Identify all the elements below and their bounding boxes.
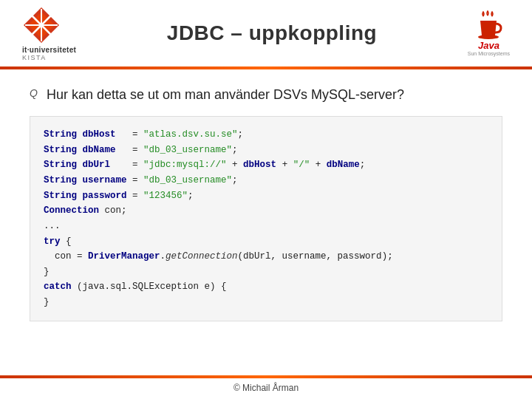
slide-title: JDBC – uppkoppling — [167, 21, 377, 44]
bottom-divider — [0, 375, 532, 378]
svg-point-6 — [478, 35, 499, 39]
question-text: Hur kan detta se ut om man använder DSVs… — [47, 86, 404, 104]
it-universitetet-logo — [22, 6, 61, 44]
code-line-11: catch (java.sql.SQLException e) { — [44, 279, 488, 295]
java-sub-label: Sun Microsystems — [468, 51, 510, 56]
java-logo: Java Sun Microsystems — [468, 10, 510, 56]
content-area: Q Hur kan detta se ut om man använder DS… — [0, 69, 532, 329]
code-line-2: String dbName = "db_03_username"; — [44, 143, 488, 158]
question-row: Q Hur kan detta se ut om man använder DS… — [30, 86, 502, 104]
title-area: JDBC – uppkoppling — [76, 21, 468, 45]
code-line-8: try { — [44, 234, 488, 250]
code-line-1: String dbHost = "atlas.dsv.su.se"; — [44, 127, 488, 143]
code-line-6: Connection con; — [44, 203, 488, 219]
logo-left: it·universitetet KISTA — [22, 6, 76, 61]
code-line-3: String dbUrl = "jdbc:mysql://" + dbHost … — [44, 157, 488, 173]
question-marker: Q — [30, 87, 38, 99]
code-line-7: ... — [44, 219, 488, 234]
logo-campus: KISTA — [22, 54, 76, 61]
header: it·universitetet KISTA JDBC – uppkopplin… — [0, 0, 532, 66]
footer: © Michail Årman — [0, 383, 532, 393]
code-line-10: } — [44, 265, 488, 280]
code-line-12: } — [44, 295, 488, 310]
java-label: Java — [478, 40, 499, 51]
footer-text: © Michail Årman — [233, 383, 299, 393]
code-line-9: con = DriverManager.getConnection(dbUrl,… — [44, 249, 488, 265]
java-cup-icon — [473, 10, 504, 41]
code-line-5: String password = "123456"; — [44, 188, 488, 204]
code-line-4: String username = "db_03_username"; — [44, 173, 488, 188]
logo-name: it·universitetet — [22, 46, 76, 54]
code-block: String dbHost = "atlas.dsv.su.se"; Strin… — [30, 116, 502, 321]
